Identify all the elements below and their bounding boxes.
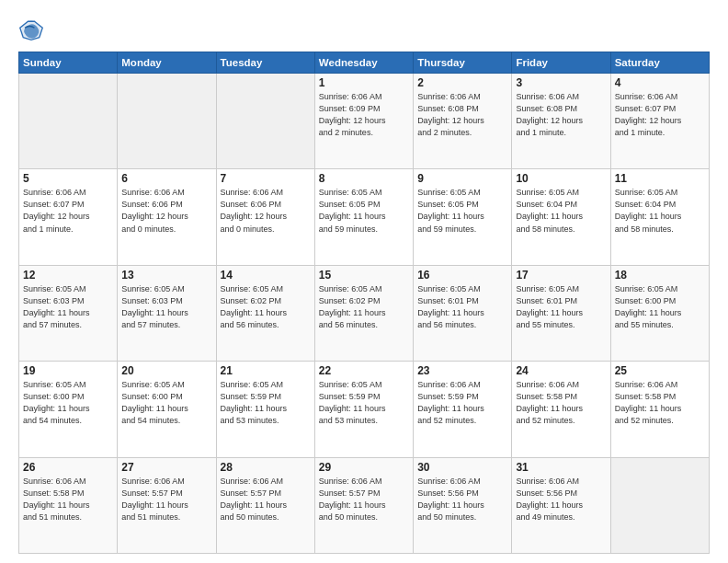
day-info: Sunrise: 6:06 AM Sunset: 6:06 PM Dayligh… [221, 187, 311, 235]
logo [18, 17, 48, 42]
day-info: Sunrise: 6:05 AM Sunset: 6:05 PM Dayligh… [417, 187, 507, 235]
day-number: 30 [417, 461, 507, 474]
logo-icon [18, 17, 44, 42]
calendar-week-row: 1Sunrise: 6:06 AM Sunset: 6:09 PM Daylig… [19, 74, 710, 169]
day-number: 23 [417, 364, 507, 377]
day-info: Sunrise: 6:05 AM Sunset: 6:02 PM Dayligh… [319, 283, 409, 331]
day-number: 9 [417, 172, 507, 185]
calendar-cell: 31Sunrise: 6:06 AM Sunset: 5:56 PM Dayli… [512, 457, 610, 553]
day-info: Sunrise: 6:05 AM Sunset: 6:01 PM Dayligh… [417, 283, 507, 331]
calendar-cell [19, 74, 118, 169]
day-number: 11 [615, 172, 705, 185]
day-info: Sunrise: 6:06 AM Sunset: 6:08 PM Dayligh… [516, 91, 606, 139]
calendar-cell: 29Sunrise: 6:06 AM Sunset: 5:57 PM Dayli… [314, 457, 413, 553]
header [18, 17, 710, 42]
day-number: 1 [319, 76, 409, 89]
calendar-cell: 21Sunrise: 6:05 AM Sunset: 5:59 PM Dayli… [216, 362, 314, 457]
weekday-header: Monday [118, 52, 216, 74]
day-number: 28 [221, 461, 311, 474]
day-number: 19 [23, 364, 113, 377]
weekday-header: Sunday [19, 52, 118, 74]
day-info: Sunrise: 6:06 AM Sunset: 6:07 PM Dayligh… [615, 91, 705, 139]
calendar-cell: 8Sunrise: 6:05 AM Sunset: 6:05 PM Daylig… [314, 169, 413, 265]
day-info: Sunrise: 6:05 AM Sunset: 6:02 PM Dayligh… [221, 283, 311, 331]
calendar-cell [216, 74, 314, 169]
calendar-table: SundayMondayTuesdayWednesdayThursdayFrid… [18, 52, 710, 554]
day-number: 21 [221, 364, 311, 377]
weekday-header: Thursday [414, 52, 512, 74]
day-number: 24 [516, 364, 606, 377]
weekday-header: Wednesday [314, 52, 413, 74]
calendar-cell: 13Sunrise: 6:05 AM Sunset: 6:03 PM Dayli… [118, 265, 216, 361]
day-number: 10 [516, 172, 606, 185]
calendar-cell: 25Sunrise: 6:06 AM Sunset: 5:58 PM Dayli… [610, 362, 709, 457]
day-number: 12 [23, 269, 113, 282]
day-number: 4 [615, 76, 705, 89]
calendar-cell: 4Sunrise: 6:06 AM Sunset: 6:07 PM Daylig… [610, 74, 709, 169]
calendar-cell: 17Sunrise: 6:05 AM Sunset: 6:01 PM Dayli… [512, 265, 610, 361]
calendar-cell: 26Sunrise: 6:06 AM Sunset: 5:58 PM Dayli… [19, 457, 118, 553]
calendar-cell: 6Sunrise: 6:06 AM Sunset: 6:06 PM Daylig… [118, 169, 216, 265]
calendar-week-row: 5Sunrise: 6:06 AM Sunset: 6:07 PM Daylig… [19, 169, 710, 265]
day-number: 15 [319, 269, 409, 282]
day-info: Sunrise: 6:06 AM Sunset: 5:58 PM Dayligh… [516, 379, 606, 427]
day-info: Sunrise: 6:05 AM Sunset: 6:04 PM Dayligh… [516, 187, 606, 235]
day-info: Sunrise: 6:06 AM Sunset: 5:59 PM Dayligh… [417, 379, 507, 427]
day-number: 14 [221, 269, 311, 282]
day-info: Sunrise: 6:05 AM Sunset: 6:03 PM Dayligh… [121, 283, 211, 331]
day-info: Sunrise: 6:05 AM Sunset: 6:04 PM Dayligh… [615, 187, 705, 235]
calendar-header: SundayMondayTuesdayWednesdayThursdayFrid… [19, 52, 710, 74]
calendar-cell [118, 74, 216, 169]
calendar-cell: 5Sunrise: 6:06 AM Sunset: 6:07 PM Daylig… [19, 169, 118, 265]
day-number: 25 [615, 364, 705, 377]
day-info: Sunrise: 6:06 AM Sunset: 6:08 PM Dayligh… [417, 91, 507, 139]
day-info: Sunrise: 6:06 AM Sunset: 6:09 PM Dayligh… [319, 91, 409, 139]
weekday-header: Tuesday [216, 52, 314, 74]
day-number: 31 [516, 461, 606, 474]
calendar-cell: 10Sunrise: 6:05 AM Sunset: 6:04 PM Dayli… [512, 169, 610, 265]
calendar-cell: 22Sunrise: 6:05 AM Sunset: 5:59 PM Dayli… [314, 362, 413, 457]
weekday-header: Friday [512, 52, 610, 74]
day-number: 16 [417, 269, 507, 282]
day-number: 2 [417, 76, 507, 89]
day-info: Sunrise: 6:06 AM Sunset: 5:57 PM Dayligh… [121, 476, 211, 523]
calendar-cell: 24Sunrise: 6:06 AM Sunset: 5:58 PM Dayli… [512, 362, 610, 457]
calendar-cell: 19Sunrise: 6:05 AM Sunset: 6:00 PM Dayli… [19, 362, 118, 457]
calendar-week-row: 26Sunrise: 6:06 AM Sunset: 5:58 PM Dayli… [19, 457, 710, 553]
day-number: 18 [615, 269, 705, 282]
day-number: 5 [23, 172, 113, 185]
calendar-cell: 16Sunrise: 6:05 AM Sunset: 6:01 PM Dayli… [414, 265, 512, 361]
day-info: Sunrise: 6:05 AM Sunset: 6:00 PM Dayligh… [121, 379, 211, 427]
day-number: 17 [516, 269, 606, 282]
day-info: Sunrise: 6:06 AM Sunset: 5:57 PM Dayligh… [319, 476, 409, 523]
day-number: 8 [319, 172, 409, 185]
day-info: Sunrise: 6:05 AM Sunset: 6:00 PM Dayligh… [615, 283, 705, 331]
day-info: Sunrise: 6:06 AM Sunset: 5:58 PM Dayligh… [615, 379, 705, 427]
calendar-cell [610, 457, 709, 553]
page: SundayMondayTuesdayWednesdayThursdayFrid… [0, 0, 728, 563]
day-number: 3 [516, 76, 606, 89]
calendar-cell: 23Sunrise: 6:06 AM Sunset: 5:59 PM Dayli… [414, 362, 512, 457]
day-number: 26 [23, 461, 113, 474]
day-info: Sunrise: 6:05 AM Sunset: 6:01 PM Dayligh… [516, 283, 606, 331]
calendar-cell: 18Sunrise: 6:05 AM Sunset: 6:00 PM Dayli… [610, 265, 709, 361]
calendar-cell: 2Sunrise: 6:06 AM Sunset: 6:08 PM Daylig… [414, 74, 512, 169]
calendar-cell: 11Sunrise: 6:05 AM Sunset: 6:04 PM Dayli… [610, 169, 709, 265]
weekday-header: Saturday [610, 52, 709, 74]
day-number: 29 [319, 461, 409, 474]
day-number: 6 [121, 172, 211, 185]
weekday-row: SundayMondayTuesdayWednesdayThursdayFrid… [19, 52, 710, 74]
calendar-cell: 28Sunrise: 6:06 AM Sunset: 5:57 PM Dayli… [216, 457, 314, 553]
calendar-week-row: 19Sunrise: 6:05 AM Sunset: 6:00 PM Dayli… [19, 362, 710, 457]
day-info: Sunrise: 6:06 AM Sunset: 6:06 PM Dayligh… [121, 187, 211, 235]
day-info: Sunrise: 6:06 AM Sunset: 6:07 PM Dayligh… [23, 187, 113, 235]
day-number: 22 [319, 364, 409, 377]
calendar-cell: 27Sunrise: 6:06 AM Sunset: 5:57 PM Dayli… [118, 457, 216, 553]
day-number: 20 [121, 364, 211, 377]
calendar-cell: 14Sunrise: 6:05 AM Sunset: 6:02 PM Dayli… [216, 265, 314, 361]
calendar-week-row: 12Sunrise: 6:05 AM Sunset: 6:03 PM Dayli… [19, 265, 710, 361]
day-info: Sunrise: 6:06 AM Sunset: 5:58 PM Dayligh… [23, 476, 113, 523]
day-info: Sunrise: 6:05 AM Sunset: 5:59 PM Dayligh… [221, 379, 311, 427]
calendar-cell: 9Sunrise: 6:05 AM Sunset: 6:05 PM Daylig… [414, 169, 512, 265]
day-info: Sunrise: 6:06 AM Sunset: 5:56 PM Dayligh… [516, 476, 606, 523]
